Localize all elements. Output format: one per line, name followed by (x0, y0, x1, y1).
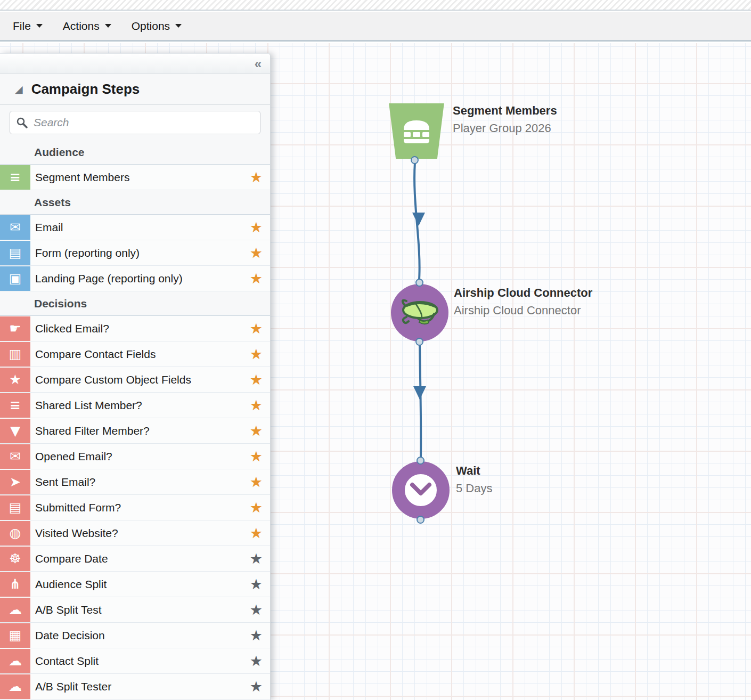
menu-actions[interactable]: Actions (63, 20, 111, 32)
opened-email-icon: ✉ (0, 444, 30, 469)
node-subtitle: 5 Days (456, 482, 492, 495)
favorite-star-icon[interactable]: ★ (250, 601, 263, 618)
connector-port[interactable] (411, 156, 419, 164)
step-item-label: Clicked Email? (35, 322, 250, 335)
favorite-star-icon[interactable]: ★ (250, 245, 263, 261)
eloqua-campaign-window: File Actions Options (0, 0, 751, 700)
step-item-label: Form (reporting only) (35, 247, 250, 259)
node-subtitle: Airship Cloud Connector (454, 304, 581, 318)
favorite-star-icon[interactable]: ★ (250, 320, 263, 337)
search-icon (15, 116, 28, 129)
audience-split-icon: ⋔ (0, 572, 30, 597)
favorite-star-icon[interactable]: ★ (250, 270, 263, 287)
connector-port[interactable] (415, 279, 423, 287)
visited-website-icon: ◍ (0, 521, 30, 546)
step-item-sent-email[interactable]: ➤Sent Email?★ (0, 469, 270, 495)
step-item-audience-split[interactable]: ⋔Audience Split★ (0, 572, 270, 597)
favorite-star-icon[interactable]: ★ (250, 346, 263, 362)
favorite-star-icon[interactable]: ★ (250, 499, 263, 516)
step-item-label: Shared List Member? (35, 399, 250, 412)
step-item-label: Compare Custom Object Fields (35, 373, 250, 386)
sent-email-icon: ➤ (0, 470, 30, 494)
panel-header: ◢ Campaign Steps (0, 74, 270, 105)
favorite-star-icon[interactable]: ★ (250, 627, 263, 644)
step-item-a-b-split-test[interactable]: ☁A/B Split Test★ (0, 597, 270, 623)
step-item-date-decision[interactable]: ▦Date Decision★ (0, 623, 270, 648)
favorite-star-icon[interactable]: ★ (250, 397, 263, 413)
step-item-a-b-split-tester[interactable]: ☁A/B Split Tester★ (0, 674, 270, 699)
search-row (0, 105, 270, 140)
step-item-compare-contact-fields[interactable]: ▥Compare Contact Fields★ (0, 341, 270, 367)
connector-port[interactable] (417, 457, 425, 465)
campaign-steps-panel: « ◢ Campaign Steps Audience≡Segment Memb… (0, 53, 271, 700)
step-item-label: Date Decision (35, 629, 250, 642)
collapse-all-icon[interactable]: ◢ (15, 83, 23, 95)
step-item-email[interactable]: ✉Email★ (0, 215, 270, 240)
airship-icon (399, 294, 440, 332)
landing-page-icon: ▣ (0, 266, 30, 291)
favorite-star-icon[interactable]: ★ (250, 550, 263, 567)
step-item-label: Submitted Form? (35, 501, 250, 514)
collapse-panel-button[interactable]: « (246, 58, 270, 70)
connector-port[interactable] (417, 516, 425, 524)
ab-split-tester-icon: ☁ (0, 674, 30, 699)
node-wait[interactable] (392, 461, 450, 519)
step-item-visited-website[interactable]: ◍Visited Website?★ (0, 520, 270, 546)
section-header-assets: Assets (0, 190, 270, 215)
submitted-form-icon: ▤ (0, 495, 30, 520)
step-item-label: Segment Members (35, 171, 250, 184)
favorite-star-icon[interactable]: ★ (250, 169, 263, 185)
node-airship-cloud-connector[interactable] (391, 284, 448, 341)
step-item-compare-custom-object-fields[interactable]: ★Compare Custom Object Fields★ (0, 367, 270, 393)
connector-port[interactable] (415, 338, 423, 346)
favorite-star-icon[interactable]: ★ (250, 678, 263, 695)
menu-actions-label: Actions (63, 20, 100, 32)
clicked-email-icon: ☛ (0, 316, 30, 341)
favorite-star-icon[interactable]: ★ (250, 525, 263, 541)
ab-split-test-icon: ☁ (0, 598, 30, 622)
favorite-star-icon[interactable]: ★ (250, 653, 263, 669)
shared-filter-member-icon: ▼ (0, 419, 30, 443)
favorite-star-icon[interactable]: ★ (250, 422, 263, 439)
panel-top-bar: « (0, 54, 270, 74)
node-title: Segment Members (453, 104, 557, 118)
step-item-label: A/B Split Tester (35, 680, 250, 693)
form-icon: ▤ (0, 241, 30, 265)
compare-date-icon: ☸ (0, 547, 30, 571)
favorite-star-icon[interactable]: ★ (250, 576, 263, 592)
favorite-star-icon[interactable]: ★ (250, 474, 263, 490)
step-item-label: Compare Date (35, 552, 250, 565)
menu-file[interactable]: File (13, 20, 43, 32)
step-item-contact-split[interactable]: ☁Contact Split★ (0, 648, 270, 674)
caret-down-icon (175, 24, 182, 28)
menu-file-label: File (13, 20, 31, 32)
step-item-label: Contact Split (35, 655, 250, 668)
favorite-star-icon[interactable]: ★ (250, 219, 263, 235)
step-item-submitted-form[interactable]: ▤Submitted Form?★ (0, 495, 270, 520)
step-item-shared-filter-member[interactable]: ▼Shared Filter Member?★ (0, 418, 270, 444)
search-input[interactable] (34, 116, 255, 129)
segment-icon (400, 117, 433, 146)
step-item-opened-email[interactable]: ✉Opened Email?★ (0, 444, 270, 469)
shared-list-member-icon: ≡ (0, 393, 30, 418)
favorite-star-icon[interactable]: ★ (250, 448, 263, 465)
step-item-segment-members[interactable]: ≡Segment Members★ (0, 165, 270, 190)
menu-options[interactable]: Options (132, 20, 182, 32)
date-decision-icon: ▦ (0, 623, 30, 648)
caret-down-icon (36, 24, 43, 28)
step-item-shared-list-member[interactable]: ≡Shared List Member?★ (0, 393, 270, 418)
steps-list: Audience≡Segment Members★Assets✉Email★▤F… (0, 140, 270, 700)
menu-options-label: Options (132, 20, 170, 32)
step-item-landing-page-reporting-only[interactable]: ▣Landing Page (reporting only)★ (0, 266, 270, 291)
step-item-label: Visited Website? (35, 527, 250, 540)
favorite-star-icon[interactable]: ★ (250, 371, 263, 388)
step-item-compare-date[interactable]: ☸Compare Date★ (0, 546, 270, 572)
panel-title: Campaign Steps (31, 81, 140, 97)
node-segment-members[interactable] (388, 103, 445, 160)
step-item-clicked-email[interactable]: ☛Clicked Email?★ (0, 316, 270, 341)
step-item-form-reporting-only[interactable]: ▤Form (reporting only)★ (0, 240, 270, 266)
section-header-audience: Audience (0, 140, 270, 165)
step-item-label: A/B Split Test (35, 604, 250, 616)
contact-split-icon: ☁ (0, 649, 30, 673)
decorative-stripes (0, 0, 751, 11)
